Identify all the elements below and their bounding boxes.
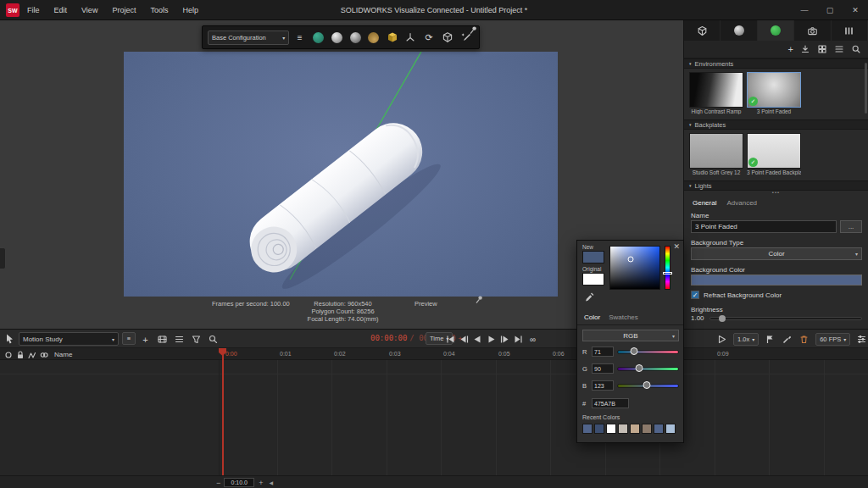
range-duration-box[interactable]: 0:10.0: [224, 478, 254, 487]
recent-color-swatch[interactable]: [654, 424, 664, 434]
trash-icon[interactable]: [798, 334, 810, 345]
tab-general[interactable]: General: [687, 197, 721, 208]
add-track-icon[interactable]: +: [139, 333, 152, 346]
loop-button[interactable]: ∞: [526, 333, 539, 346]
brightness-slider[interactable]: [709, 317, 862, 320]
hue-cursor[interactable]: [663, 272, 672, 274]
r-slider-handle[interactable]: [631, 347, 638, 355]
select-cursor-icon[interactable]: [4, 333, 15, 344]
timeline-tracks[interactable]: [0, 360, 868, 475]
appearance-sphere-icon[interactable]: [365, 29, 381, 46]
g-slider-handle[interactable]: [635, 364, 643, 372]
recent-color-swatch[interactable]: [630, 424, 640, 434]
refract-checkbox[interactable]: ✓: [691, 291, 699, 299]
background-type-dropdown[interactable]: Color▾: [691, 247, 862, 260]
g-slider[interactable]: [617, 363, 679, 374]
left-flyout-handle[interactable]: [0, 247, 6, 269]
minimize-button[interactable]: —: [792, 0, 817, 20]
name-more-button[interactable]: ...: [840, 220, 862, 233]
eyedropper-icon[interactable]: [584, 292, 594, 302]
maximize-button[interactable]: ▢: [817, 0, 843, 20]
timeline-ruler[interactable]: Name 0:00 0:01 0:02 0:03 0:04 0:05 0:06 …: [0, 348, 868, 360]
playhead[interactable]: [222, 348, 224, 475]
brush-icon[interactable]: [782, 334, 793, 345]
render-animation-icon[interactable]: [716, 334, 727, 345]
saturation-value-field[interactable]: [609, 246, 660, 290]
recent-color-swatch[interactable]: [594, 424, 604, 434]
turntable-icon[interactable]: ⟳: [421, 29, 437, 46]
fps-dropdown[interactable]: 60 FPS▾: [815, 333, 850, 346]
environments-section-header[interactable]: ▾ Environments: [684, 58, 868, 69]
tab-cameras[interactable]: [794, 20, 831, 41]
backplate-item-selected[interactable]: ✓ 3 Point Faded Backplate: [747, 133, 801, 175]
tab-appearances[interactable]: [721, 20, 757, 41]
brightness-slider-handle[interactable]: [719, 315, 726, 322]
r-slider[interactable]: [617, 347, 679, 357]
recent-color-swatch[interactable]: [606, 424, 616, 434]
menu-project[interactable]: Project: [112, 6, 136, 14]
color-mode-dropdown[interactable]: RGB▾: [582, 330, 679, 341]
zoom-out-icon[interactable]: −: [216, 479, 220, 487]
film-icon[interactable]: [156, 333, 169, 346]
study-menu-icon[interactable]: ≡: [122, 332, 136, 345]
menu-help[interactable]: Help: [182, 6, 198, 14]
scroll-left-icon[interactable]: ◀: [270, 480, 274, 485]
keyframe-options-icon[interactable]: [856, 334, 867, 345]
preview-render-mode-icon[interactable]: [310, 29, 326, 46]
backplates-section-header[interactable]: ▾ Backplates: [684, 119, 868, 130]
tab-models[interactable]: [684, 20, 721, 41]
import-icon[interactable]: [800, 44, 810, 54]
g-value-input[interactable]: 90: [592, 363, 614, 374]
fast-render-mode-icon[interactable]: [329, 29, 345, 46]
search-icon[interactable]: [851, 44, 861, 54]
backplate-item[interactable]: Studio Soft Grey 12: [689, 133, 743, 175]
menu-tools[interactable]: Tools: [150, 6, 168, 14]
filter-icon[interactable]: [190, 333, 203, 346]
r-value-input[interactable]: 71: [592, 347, 614, 357]
b-slider[interactable]: [617, 380, 679, 391]
sv-cursor[interactable]: [628, 257, 634, 263]
hue-slider[interactable]: [665, 246, 670, 290]
motion-study-dropdown[interactable]: Motion Study ▾: [19, 332, 119, 346]
menu-file[interactable]: File: [27, 6, 40, 14]
background-color-swatch[interactable]: [691, 274, 862, 286]
panel-scrollbar[interactable]: [865, 63, 867, 114]
recent-color-swatch[interactable]: [582, 424, 593, 434]
environment-item[interactable]: High Contrast Ramp: [689, 72, 743, 114]
play-button[interactable]: [485, 333, 498, 346]
configuration-dropdown[interactable]: Base Configuration▾: [208, 30, 289, 45]
menu-edit[interactable]: Edit: [54, 6, 68, 14]
list-view-icon[interactable]: [834, 44, 844, 54]
model-cube-icon[interactable]: [384, 29, 400, 46]
environment-item-selected[interactable]: ✓ 3 Point Faded: [747, 72, 801, 114]
tab-color[interactable]: Color: [581, 312, 604, 323]
link-icon[interactable]: [39, 350, 49, 360]
name-input[interactable]: [691, 220, 837, 233]
record-icon[interactable]: [3, 350, 14, 360]
step-back-button[interactable]: [458, 333, 470, 346]
render-region[interactable]: [124, 52, 558, 297]
recent-color-swatch[interactable]: [665, 424, 676, 434]
camera-pin-icon[interactable]: [475, 295, 484, 304]
lock-icon[interactable]: [15, 350, 25, 360]
flag-icon[interactable]: [765, 334, 776, 345]
b-slider-handle[interactable]: [643, 381, 651, 389]
panel-splitter-handle[interactable]: •••: [684, 190, 868, 195]
hex-input[interactable]: 475A7B: [592, 398, 629, 408]
skip-end-button[interactable]: [512, 333, 525, 346]
close-icon[interactable]: ✕: [673, 242, 680, 251]
accurate-render-mode-icon[interactable]: [348, 29, 364, 46]
grid-view-icon[interactable]: [817, 44, 827, 54]
toolbar-menu-icon[interactable]: ≡: [292, 29, 308, 46]
track-list-icon[interactable]: [173, 333, 186, 346]
tab-scenes[interactable]: [758, 20, 794, 41]
search-icon[interactable]: [207, 333, 220, 346]
animation-curve-icon[interactable]: [27, 350, 37, 360]
b-value-input[interactable]: 123: [592, 380, 614, 391]
tab-swatches[interactable]: Swatches: [605, 312, 642, 323]
skip-start-button[interactable]: [444, 333, 457, 346]
speed-dropdown[interactable]: 1.0x▾: [733, 333, 759, 346]
recent-color-swatch[interactable]: [642, 424, 652, 434]
recent-color-swatch[interactable]: [618, 424, 628, 434]
triad-icon[interactable]: [403, 29, 419, 46]
